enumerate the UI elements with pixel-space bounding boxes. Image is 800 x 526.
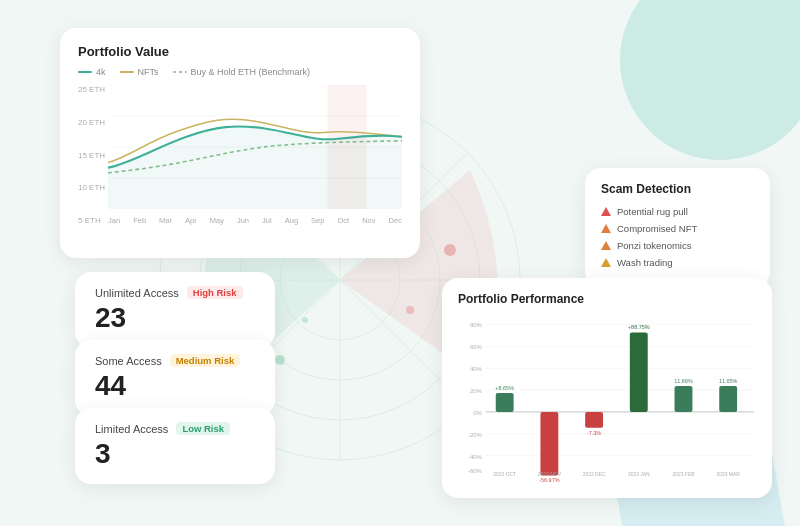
risk-number-high: 23 bbox=[95, 303, 255, 334]
svg-text:-40%: -40% bbox=[468, 454, 483, 460]
legend-label-nfts: NFTs bbox=[138, 67, 159, 77]
svg-rect-35 bbox=[540, 412, 558, 476]
svg-rect-41 bbox=[675, 386, 693, 412]
legend-dot-nfts bbox=[120, 71, 134, 73]
legend-nfts: NFTs bbox=[120, 67, 159, 77]
svg-text:+88.75%: +88.75% bbox=[628, 324, 650, 330]
chart-y-labels: 25 ETH 20 ETH 15 ETH 10 ETH 5 ETH bbox=[78, 85, 106, 225]
svg-text:11.65%: 11.65% bbox=[719, 378, 738, 384]
risk-number-low: 3 bbox=[95, 439, 255, 470]
svg-text:2022 NOV: 2022 NOV bbox=[538, 472, 562, 477]
svg-text:-56.97%: -56.97% bbox=[539, 477, 559, 483]
svg-text:2023 JAN: 2023 JAN bbox=[628, 472, 650, 477]
svg-point-11 bbox=[302, 317, 308, 323]
risk-number-medium: 44 bbox=[95, 371, 255, 402]
portfolio-line-chart bbox=[108, 85, 402, 209]
risk-access-label-high: Unlimited Access bbox=[95, 287, 179, 299]
svg-point-9 bbox=[406, 306, 414, 314]
risk-badge-low: Low Risk bbox=[176, 422, 230, 435]
performance-bar-chart: 80% 60% 40% 20% 0% -20% -40% -60% +8.65% bbox=[458, 314, 756, 484]
risk-badge-medium: Medium Risk bbox=[170, 354, 241, 367]
legend-dot-benchmark bbox=[173, 71, 187, 73]
bg-decoration-top bbox=[620, 0, 800, 160]
svg-rect-43 bbox=[719, 386, 737, 412]
chart-svg-container bbox=[108, 85, 402, 209]
svg-text:20%: 20% bbox=[470, 388, 483, 394]
scam-label-wash-trading: Wash trading bbox=[617, 257, 673, 268]
portfolio-value-title: Portfolio Value bbox=[78, 44, 402, 59]
svg-text:0%: 0% bbox=[473, 410, 482, 416]
perf-chart-area: 80% 60% 40% 20% 0% -20% -40% -60% +8.65% bbox=[458, 314, 756, 484]
scam-item-ponzi: Ponzi tokenomics bbox=[601, 240, 754, 251]
risk-access-label-medium: Some Access bbox=[95, 355, 162, 367]
portfolio-chart-area: 25 ETH 20 ETH 15 ETH 10 ETH 5 ETH bbox=[78, 85, 402, 225]
scam-label-ponzi: Ponzi tokenomics bbox=[617, 240, 691, 251]
chart-x-labels: Jan Feb Mar Apr May Jun Jul Aug Sep Oct … bbox=[108, 216, 402, 225]
risk-badge-high: High Risk bbox=[187, 286, 243, 299]
svg-text:11.69%: 11.69% bbox=[674, 378, 693, 384]
chart-legend: 4k NFTs Buy & Hold ETH (Benchmark) bbox=[78, 67, 402, 77]
svg-point-10 bbox=[275, 355, 285, 365]
scam-label-compromised-nft: Compromised NFT bbox=[617, 223, 697, 234]
svg-rect-33 bbox=[496, 393, 514, 412]
legend-benchmark: Buy & Hold ETH (Benchmark) bbox=[173, 67, 311, 77]
scam-item-compromised-nft: Compromised NFT bbox=[601, 223, 754, 234]
svg-text:60%: 60% bbox=[470, 344, 483, 350]
portfolio-performance-title: Portfolio Performance bbox=[458, 292, 756, 306]
svg-point-8 bbox=[444, 244, 456, 256]
svg-text:80%: 80% bbox=[470, 322, 483, 328]
legend-label-benchmark: Buy & Hold ETH (Benchmark) bbox=[191, 67, 311, 77]
scam-icon-yellow bbox=[601, 258, 611, 267]
scam-label-rug-pull: Potential rug pull bbox=[617, 206, 688, 217]
portfolio-performance-card: Portfolio Performance 80% 60% 40% 20% 0%… bbox=[442, 278, 772, 498]
risk-label-row-low: Limited Access Low Risk bbox=[95, 422, 255, 435]
legend-label-4k: 4k bbox=[96, 67, 106, 77]
svg-text:-20%: -20% bbox=[468, 432, 483, 438]
scam-icon-orange-1 bbox=[601, 224, 611, 233]
scam-icon-red bbox=[601, 207, 611, 216]
risk-label-row-high: Unlimited Access High Risk bbox=[95, 286, 255, 299]
svg-text:2022 DEC: 2022 DEC bbox=[583, 472, 606, 477]
svg-text:2023 MAR: 2023 MAR bbox=[716, 472, 740, 477]
scam-item-wash-trading: Wash trading bbox=[601, 257, 754, 268]
svg-text:2022 OCT: 2022 OCT bbox=[493, 472, 516, 477]
svg-text:40%: 40% bbox=[470, 366, 483, 372]
legend-dot-4k bbox=[78, 71, 92, 73]
portfolio-value-card: Portfolio Value 4k NFTs Buy & Hold ETH (… bbox=[60, 28, 420, 258]
svg-text:+8.65%: +8.65% bbox=[495, 385, 514, 391]
risk-card-high: Unlimited Access High Risk 23 bbox=[75, 272, 275, 348]
svg-text:2023 FEB: 2023 FEB bbox=[672, 472, 695, 477]
risk-access-label-low: Limited Access bbox=[95, 423, 168, 435]
scam-detection-card: Scam Detection Potential rug pull Compro… bbox=[585, 168, 770, 288]
risk-card-low: Limited Access Low Risk 3 bbox=[75, 408, 275, 484]
risk-label-row-medium: Some Access Medium Risk bbox=[95, 354, 255, 367]
svg-rect-39 bbox=[630, 332, 648, 411]
risk-card-medium: Some Access Medium Risk 44 bbox=[75, 340, 275, 416]
scam-item-rug-pull: Potential rug pull bbox=[601, 206, 754, 217]
svg-rect-37 bbox=[585, 412, 603, 428]
scam-detection-title: Scam Detection bbox=[601, 182, 754, 196]
scam-icon-orange-2 bbox=[601, 241, 611, 250]
svg-text:-60%: -60% bbox=[468, 469, 483, 475]
svg-text:-7.3%: -7.3% bbox=[587, 430, 601, 436]
legend-4k: 4k bbox=[78, 67, 106, 77]
